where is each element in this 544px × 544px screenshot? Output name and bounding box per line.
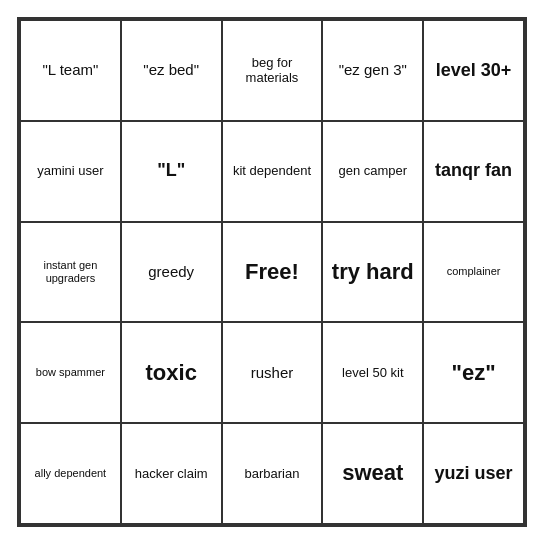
cell-text-r0c4: level 30+: [436, 60, 512, 82]
cell-text-r3c3: level 50 kit: [342, 365, 403, 381]
bingo-cell-r2c4: complainer: [423, 222, 524, 323]
cell-text-r4c1: hacker claim: [135, 466, 208, 482]
cell-text-r4c3: sweat: [342, 460, 403, 486]
bingo-cell-r3c2: rusher: [222, 322, 323, 423]
cell-text-r2c4: complainer: [447, 265, 501, 278]
bingo-cell-r0c3: "ez gen 3": [322, 20, 423, 121]
bingo-cell-r1c2: kit dependent: [222, 121, 323, 222]
bingo-cell-r1c3: gen camper: [322, 121, 423, 222]
bingo-cell-r3c0: bow spammer: [20, 322, 121, 423]
bingo-cell-r3c1: toxic: [121, 322, 222, 423]
cell-text-r1c4: tanqr fan: [435, 160, 512, 182]
bingo-cell-r0c0: "L team": [20, 20, 121, 121]
bingo-cell-r4c2: barbarian: [222, 423, 323, 524]
bingo-cell-r3c3: level 50 kit: [322, 322, 423, 423]
cell-text-r2c3: try hard: [332, 259, 414, 285]
bingo-cell-r1c4: tanqr fan: [423, 121, 524, 222]
cell-text-r4c0: ally dependent: [35, 467, 107, 480]
cell-text-r3c2: rusher: [251, 364, 294, 382]
bingo-cell-r4c4: yuzi user: [423, 423, 524, 524]
cell-text-r4c4: yuzi user: [435, 463, 513, 485]
cell-text-r0c1: "ez bed": [143, 61, 199, 79]
cell-text-r1c2: kit dependent: [233, 163, 311, 179]
bingo-cell-r1c1: "L": [121, 121, 222, 222]
cell-text-r0c0: "L team": [42, 61, 98, 79]
cell-text-r1c0: yamini user: [37, 163, 103, 179]
bingo-cell-r1c0: yamini user: [20, 121, 121, 222]
cell-text-r2c0: instant gen upgraders: [25, 259, 116, 285]
cell-text-r0c3: "ez gen 3": [339, 61, 407, 79]
cell-text-r3c0: bow spammer: [36, 366, 105, 379]
bingo-cell-r3c4: "ez": [423, 322, 524, 423]
bingo-cell-r2c2: Free!: [222, 222, 323, 323]
bingo-cell-r4c1: hacker claim: [121, 423, 222, 524]
cell-text-r1c3: gen camper: [338, 163, 407, 179]
bingo-cell-r4c3: sweat: [322, 423, 423, 524]
cell-text-r0c2: beg for materials: [227, 55, 318, 86]
bingo-cell-r2c3: try hard: [322, 222, 423, 323]
bingo-board: "L team""ez bed"beg for materials"ez gen…: [17, 17, 527, 527]
bingo-cell-r0c4: level 30+: [423, 20, 524, 121]
cell-text-r1c1: "L": [157, 160, 185, 182]
bingo-cell-r4c0: ally dependent: [20, 423, 121, 524]
cell-text-r3c4: "ez": [452, 360, 496, 386]
bingo-cell-r2c0: instant gen upgraders: [20, 222, 121, 323]
cell-text-r2c1: greedy: [148, 263, 194, 281]
cell-text-r4c2: barbarian: [245, 466, 300, 482]
bingo-cell-r0c1: "ez bed": [121, 20, 222, 121]
bingo-grid: "L team""ez bed"beg for materials"ez gen…: [20, 20, 524, 524]
cell-text-r3c1: toxic: [146, 360, 197, 386]
cell-text-r2c2: Free!: [245, 259, 299, 285]
bingo-cell-r0c2: beg for materials: [222, 20, 323, 121]
bingo-cell-r2c1: greedy: [121, 222, 222, 323]
